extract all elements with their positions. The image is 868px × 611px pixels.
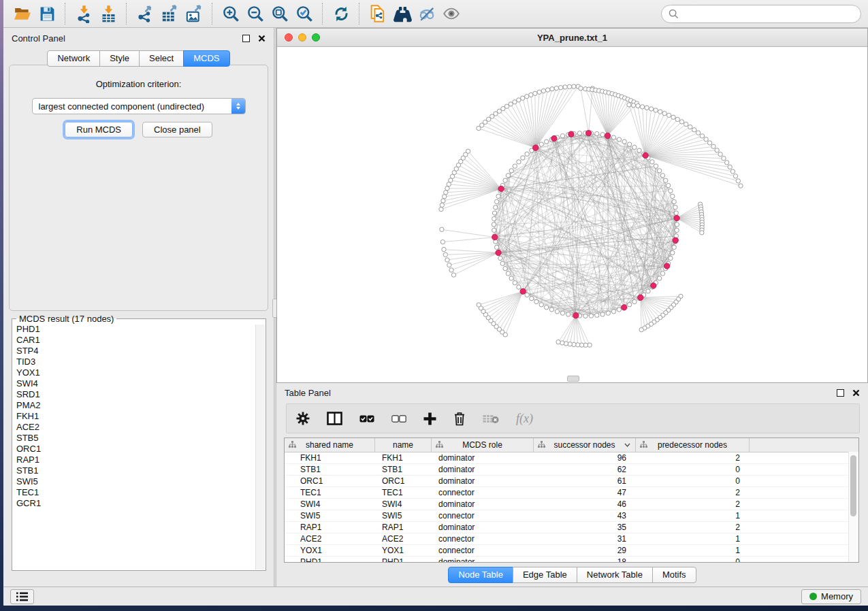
tab-network[interactable]: Network <box>47 50 100 67</box>
cell-predecessor-nodes[interactable]: 2 <box>636 523 750 532</box>
mcds-result-item[interactable]: GCR1 <box>12 498 256 509</box>
mcds-result-item[interactable]: STP4 <box>12 346 256 357</box>
cell-predecessor-nodes[interactable]: 1 <box>636 546 750 555</box>
cell-mcds-role[interactable]: dominator <box>432 499 534 509</box>
cell-successor-nodes[interactable]: 35 <box>534 523 636 532</box>
cell-successor-nodes[interactable]: 18 <box>534 557 636 563</box>
add-column-icon[interactable] <box>423 412 436 425</box>
cell-mcds-role[interactable]: dominator <box>432 523 534 532</box>
canvas-splitter-grip-icon[interactable] <box>567 376 579 382</box>
cell-predecessor-nodes[interactable]: 0 <box>636 476 750 486</box>
close-panel-icon[interactable] <box>258 35 266 42</box>
show-columns-icon[interactable] <box>327 412 342 425</box>
cell-predecessor-nodes[interactable]: 1 <box>636 511 750 521</box>
cell-mcds-role[interactable]: connector <box>432 488 534 497</box>
cell-name[interactable]: RAP1 <box>375 523 432 532</box>
cell-predecessor-nodes[interactable]: 0 <box>636 557 750 563</box>
cell-shared-name[interactable]: PHD1 <box>285 557 375 563</box>
result-scrollbar[interactable] <box>255 325 265 569</box>
table-row[interactable]: STB1STB1dominator620 <box>285 464 858 476</box>
mcds-result-item[interactable]: SWI5 <box>12 476 256 487</box>
column-header-predecessor-nodes[interactable]: predecessor nodes <box>636 438 750 452</box>
mcds-result-item[interactable]: RAP1 <box>12 455 256 465</box>
cell-shared-name[interactable]: ACE2 <box>285 534 375 544</box>
table-row[interactable]: FKH1FKH1dominator962 <box>285 452 858 464</box>
search-box[interactable] <box>661 5 861 23</box>
table-row[interactable]: ACE2ACE2connector311 <box>285 533 858 545</box>
search-input[interactable] <box>683 8 854 20</box>
import-table-icon[interactable] <box>96 2 120 25</box>
cell-name[interactable]: ORC1 <box>375 476 432 486</box>
cell-name[interactable]: TEC1 <box>375 488 432 497</box>
find-binoculars-icon[interactable] <box>390 2 415 25</box>
network-window-titlebar[interactable]: YPA_prune.txt_1 <box>277 29 867 47</box>
cell-name[interactable]: YOX1 <box>375 546 432 555</box>
dropdown-stepper-icon[interactable] <box>231 99 245 114</box>
export-network-icon[interactable] <box>133 2 157 25</box>
select-all-icon[interactable] <box>359 415 374 423</box>
refresh-view-icon[interactable] <box>329 2 353 25</box>
export-image-icon[interactable] <box>182 2 206 25</box>
mcds-result-item[interactable]: ORC1 <box>12 444 256 455</box>
zoom-in-icon[interactable] <box>219 2 243 25</box>
hide-graphics-details-icon[interactable] <box>415 2 439 25</box>
clone-network-icon[interactable] <box>366 2 390 25</box>
tab-select[interactable]: Select <box>139 50 184 67</box>
table-scrollbar[interactable] <box>848 452 858 562</box>
close-table-panel-icon[interactable] <box>852 389 860 397</box>
delete-column-trash-icon[interactable] <box>453 412 466 426</box>
table-row[interactable]: PHD1PHD1dominator180 <box>285 557 858 563</box>
float-table-panel-icon[interactable] <box>837 389 844 397</box>
cell-successor-nodes[interactable]: 46 <box>534 499 636 509</box>
mcds-result-item[interactable]: PHD1 <box>12 324 256 335</box>
cell-predecessor-nodes[interactable]: 1 <box>636 534 750 544</box>
column-header-shared-name[interactable]: shared name <box>285 438 375 452</box>
cell-shared-name[interactable]: STB1 <box>285 465 375 474</box>
cell-name[interactable]: STB1 <box>375 465 432 474</box>
cell-shared-name[interactable]: YOX1 <box>285 546 375 555</box>
cell-predecessor-nodes[interactable]: 2 <box>636 488 750 497</box>
zoom-out-icon[interactable] <box>243 2 268 25</box>
table-settings-gear-icon[interactable] <box>296 412 310 425</box>
network-canvas[interactable] <box>277 46 867 382</box>
tab-style[interactable]: Style <box>99 50 140 67</box>
float-panel-icon[interactable] <box>242 35 250 42</box>
cell-successor-nodes[interactable]: 96 <box>534 453 636 463</box>
close-panel-button[interactable]: Close panel <box>142 122 212 137</box>
zoom-fit-icon[interactable] <box>268 2 292 25</box>
cell-name[interactable]: ACE2 <box>375 534 432 544</box>
mcds-result-item[interactable]: PMA2 <box>12 400 256 411</box>
scrollbar-thumb[interactable] <box>850 455 856 516</box>
mcds-result-item[interactable]: YOX1 <box>12 367 256 378</box>
cell-name[interactable]: PHD1 <box>375 557 432 563</box>
mcds-result-item[interactable]: SWI4 <box>12 378 256 389</box>
export-table-icon[interactable] <box>157 2 182 25</box>
deselect-all-icon[interactable] <box>391 415 406 423</box>
cell-successor-nodes[interactable]: 31 <box>534 534 636 544</box>
cell-name[interactable]: FKH1 <box>375 453 432 463</box>
cell-predecessor-nodes[interactable]: 2 <box>636 453 750 463</box>
tab-mcds[interactable]: MCDS <box>183 50 229 67</box>
cell-shared-name[interactable]: SWI5 <box>285 511 375 521</box>
cell-predecessor-nodes[interactable]: 0 <box>636 465 750 474</box>
cell-shared-name[interactable]: TEC1 <box>285 488 375 497</box>
tab-node-table[interactable]: Node Table <box>448 567 513 583</box>
mcds-result-item[interactable]: SRD1 <box>12 389 256 400</box>
cell-mcds-role[interactable]: dominator <box>432 476 534 486</box>
column-header-successor-nodes[interactable]: successor nodes <box>534 438 636 452</box>
cell-mcds-role[interactable]: dominator <box>432 453 534 463</box>
cell-mcds-role[interactable]: connector <box>432 511 534 521</box>
table-row[interactable]: SWI5SWI5connector431 <box>285 510 858 522</box>
cell-mcds-role[interactable]: connector <box>432 534 534 544</box>
cell-mcds-role[interactable]: dominator <box>432 557 534 563</box>
tab-network-table[interactable]: Network Table <box>577 567 653 583</box>
cell-successor-nodes[interactable]: 47 <box>534 488 636 497</box>
column-header-mcds-role[interactable]: MCDS role <box>432 438 534 452</box>
run-mcds-button[interactable]: Run MCDS <box>65 122 133 137</box>
cell-successor-nodes[interactable]: 43 <box>534 511 636 521</box>
mcds-result-item[interactable]: STB1 <box>12 465 256 476</box>
table-row[interactable]: ORC1ORC1dominator610 <box>285 476 858 487</box>
table-row[interactable]: RAP1RAP1dominator352 <box>285 522 858 533</box>
mcds-result-list[interactable]: PHD1CAR1STP4TID3YOX1SWI4SRD1PMA2FKH1ACE2… <box>12 324 256 509</box>
task-history-button[interactable] <box>10 589 34 604</box>
